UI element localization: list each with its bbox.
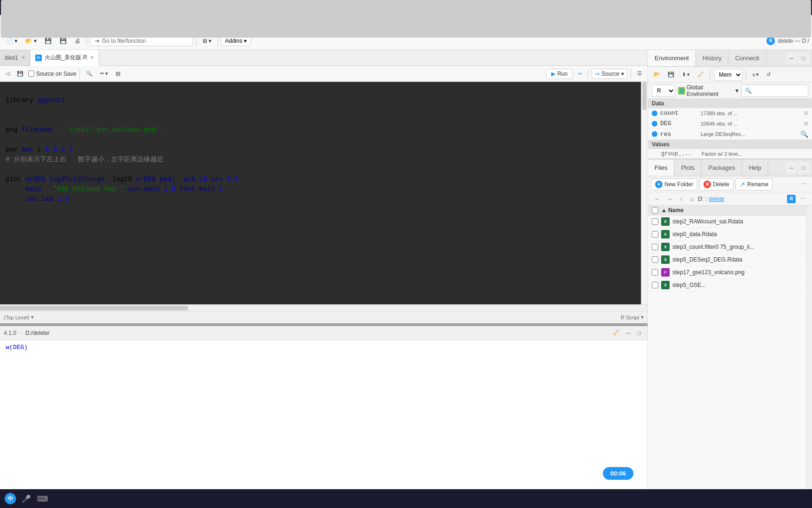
res-search-icon[interactable]: 🔍 [800,130,808,138]
source-button[interactable]: ⇒ Source ▾ [592,69,627,79]
env-save-button[interactable]: 💾 [665,70,677,79]
editor-menu-icon: ☰ [637,71,642,77]
deg-grid-icon[interactable]: ⊞ [804,120,808,127]
editor-horizontal-scrollbar[interactable] [0,304,648,311]
file-checkbox-5[interactable] [652,282,658,288]
run-button[interactable]: ▶ Run [546,69,573,79]
script-type-selector[interactable]: R Script ▾ [621,314,644,320]
files-path: ← → ↑ ⌂ D: : delete R ⋯ [648,192,812,206]
close-volcano-icon[interactable]: ✕ [90,55,94,61]
env-broom-button[interactable]: 🧹 [695,70,707,79]
env-toolbar: 📂 💾 ⬇ ▾ 🧹 Mem [648,67,812,83]
step-button[interactable]: ⇒ [575,69,585,78]
env-mem-select[interactable]: Mem [714,69,742,81]
close-untitled1-icon[interactable]: ✕ [21,55,25,61]
timer-value: 00:06 [610,470,626,477]
env-row-count[interactable]: count 17389 obs. of ... ⊞ [648,108,812,119]
delete-x-icon: ✕ [703,181,711,188]
files-maximize-button[interactable]: □ [798,162,809,174]
tab-connections[interactable]: Connecti [728,50,766,66]
delete-button[interactable]: ✕ Delete [699,178,734,190]
files-select-all-checkbox[interactable] [652,207,658,214]
file-name-2: step3_count.filter0 75_group_li... [672,244,803,250]
path-back-button[interactable]: ← [652,195,663,203]
new-folder-button[interactable]: + New Folder [651,178,697,190]
editor-format-button[interactable]: ✏ ▾ [97,69,111,78]
console-broom-button[interactable]: 🧹 [610,328,622,337]
console-maximize-icon: □ [638,330,641,336]
editor-menu-button[interactable]: ☰ [634,69,645,78]
file-checkbox-3[interactable] [652,256,658,263]
files-list-scroll[interactable]: ▲ Name X step2_RAWcount_sal.Rdata [648,206,806,508]
count-grid-icon[interactable]: ⊞ [804,110,808,116]
env-row-res[interactable]: res Large DESeqRes... 🔍 [648,129,812,140]
list-item[interactable]: X step3_count.filter0 75_group_li... [648,241,806,254]
files-more-button[interactable]: ⋯ [798,180,809,189]
editor-search-button[interactable]: 🔍 [83,69,95,78]
history-tab-label: History [703,55,721,62]
editor-sep-2 [588,69,588,79]
save-all-icon: 💾 [60,38,67,44]
top-level-selector[interactable]: (Top Level) ▾ [4,314,34,320]
console-path: D:/delete/ [25,330,49,336]
path-forward-button[interactable]: → [664,195,675,203]
path-up-button[interactable]: ↑ [677,195,686,203]
env-r-toolbar: R 🌐 Global Environment ▾ [648,83,812,99]
file-checkbox-0[interactable] [652,218,658,225]
env-import-button[interactable]: ⬇ ▾ [679,70,693,79]
file-checkbox-4[interactable] [652,269,658,276]
editor-search-icon: 🔍 [86,71,93,77]
console-maximize-button[interactable]: □ [635,328,644,337]
console-minimize-button[interactable]: ─ [624,328,633,337]
list-item[interactable]: X step0_data.Rdata [648,228,806,241]
horiz-scrollbar-thumb [0,306,188,310]
file-checkbox-1[interactable] [652,231,658,238]
list-item[interactable]: X step2_RAWcount_sal.Rdata [648,215,806,228]
file-checkbox-2[interactable] [652,244,658,250]
xls-icon-0: X [661,217,670,226]
files-options-button[interactable]: ⋯ [797,194,808,203]
editor-vertical-scrollbar[interactable] [641,82,648,304]
xls-icon-5: X [661,281,670,289]
tab-packages[interactable]: Packages [702,159,742,176]
list-item[interactable]: X step5_DESeq2_DEG.Rdata [648,254,806,266]
tab-environment[interactable]: Environment [648,50,696,66]
taskbar-mic-icon: 🎤 [21,493,32,504]
tab-volcano[interactable]: R 火山图_美化版.R ✕ [31,50,100,66]
tab-help[interactable]: Help [742,159,768,176]
env-minimize-button[interactable]: ─ [786,53,797,64]
path-home-button[interactable]: ⌂ [687,195,696,203]
list-item[interactable]: X step5_GSE... [648,279,806,292]
tab-files[interactable]: Files [648,159,674,176]
editor-back-button[interactable]: ◁ [3,69,12,78]
env-search-input[interactable] [742,85,809,97]
tab-history[interactable]: History [696,50,728,66]
file-name-1: step0_data.Rdata [672,231,803,238]
count-name: count [660,110,698,117]
env-row-deg[interactable]: DEG 10646 obs. of ... ⊞ [648,119,812,129]
console-minimize-icon: ─ [627,330,631,336]
console-body[interactable]: w(DEG) [0,340,648,508]
files-vertical-scrollbar[interactable] [806,206,812,508]
tab-untitled1[interactable]: itled1 ✕ [0,50,31,65]
xls-icon-3: X [661,255,670,264]
list-item[interactable]: P step17_gse123_volcano.png [648,266,806,279]
script-type-dropdown: ▾ [641,314,644,320]
code-content[interactable]: library(ggplot2) png(filename = 'step17_… [0,82,641,304]
env-list-button[interactable]: ≡ ▾ [750,70,762,79]
rename-button[interactable]: ↗ Rename [735,178,773,190]
env-load-button[interactable]: 📂 [651,70,663,79]
files-minimize-button[interactable]: ─ [786,162,797,174]
r-select[interactable]: R [652,85,675,97]
tab-plots[interactable]: Plots [674,159,702,176]
env-refresh-button[interactable]: ↺ [764,70,773,79]
source-on-save-checkbox[interactable] [28,71,34,77]
env-row-group[interactable]: group_... Factor w/ 2 leve... [648,149,812,159]
global-env-selector[interactable]: 🌐 Global Environment ▾ [678,84,739,97]
file-name-5: step5_GSE... [672,282,803,288]
console-pane: 4.1.0 · D:/delete/ 🧹 ─ □ [0,325,648,508]
env-maximize-button[interactable]: □ [798,53,809,64]
editor-lines-button[interactable]: ▤ [113,69,123,78]
env-panel-controls: ─ □ [786,50,812,66]
editor-save-button[interactable]: 💾 [14,69,26,78]
